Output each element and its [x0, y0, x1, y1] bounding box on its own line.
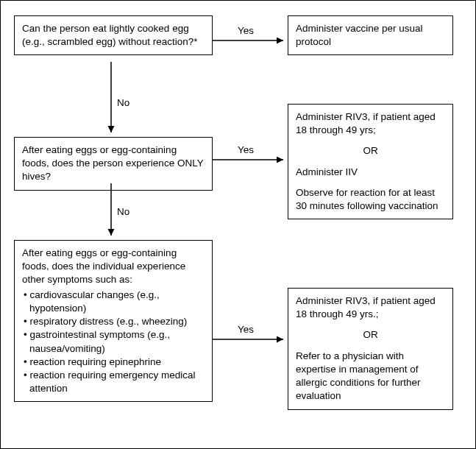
bullet-item: cardiovascular changes (e.g., hypotensio… — [22, 289, 205, 315]
bullet-item: gastrointestinal symptoms (e.g., nausea/… — [22, 328, 205, 355]
question-1-box: Can the person eat lightly cooked egg (e… — [14, 15, 213, 55]
label-yes-2: Yes — [238, 144, 254, 157]
answer-3-line2: Refer to a physician with expertise in m… — [296, 350, 445, 403]
arrow-q1-q2 — [107, 62, 116, 137]
label-yes-1: Yes — [238, 24, 254, 38]
answer-2-line2: Administer IIV — [296, 166, 445, 179]
answer-2-line1: Administer RIV3, if patient aged 18 thro… — [296, 110, 445, 137]
answer-3-line1: Administer RIV3, if patient aged 18 thro… — [296, 294, 445, 321]
bullet-item: reaction requiring emergency medical att… — [22, 369, 205, 395]
answer-3-or: OR — [296, 328, 445, 342]
question-2-text: After eating eggs or egg-containing food… — [22, 144, 203, 182]
answer-1-text: Administer vaccine per usual protocol — [296, 23, 423, 47]
label-no-1: No — [117, 96, 129, 110]
bullet-item: respiratory distress (e.g., wheezing) — [22, 315, 205, 328]
question-3-bullets: cardiovascular changes (e.g., hypotensio… — [22, 289, 205, 396]
flowchart-frame: Can the person eat lightly cooked egg (e… — [0, 0, 476, 449]
label-no-2: No — [117, 205, 129, 219]
label-yes-3: Yes — [238, 323, 254, 336]
answer-1-box: Administer vaccine per usual protocol — [288, 15, 453, 55]
question-1-text: Can the person eat lightly cooked egg (e… — [22, 23, 198, 47]
answer-2-line3: Observe for reaction for at least 30 min… — [296, 186, 445, 213]
bullet-item: reaction requiring epinephrine — [22, 356, 205, 369]
answer-2-box: Administer RIV3, if patient aged 18 thro… — [288, 104, 453, 219]
question-2-box: After eating eggs or egg-containing food… — [14, 137, 213, 191]
answer-2-or: OR — [296, 144, 445, 158]
question-3-box: After eating eggs or egg-containing food… — [14, 240, 213, 402]
arrow-q2-q3 — [107, 183, 116, 240]
question-3-intro: After eating eggs or egg-containing food… — [22, 247, 205, 287]
answer-3-box: Administer RIV3, if patient aged 18 thro… — [288, 288, 453, 410]
